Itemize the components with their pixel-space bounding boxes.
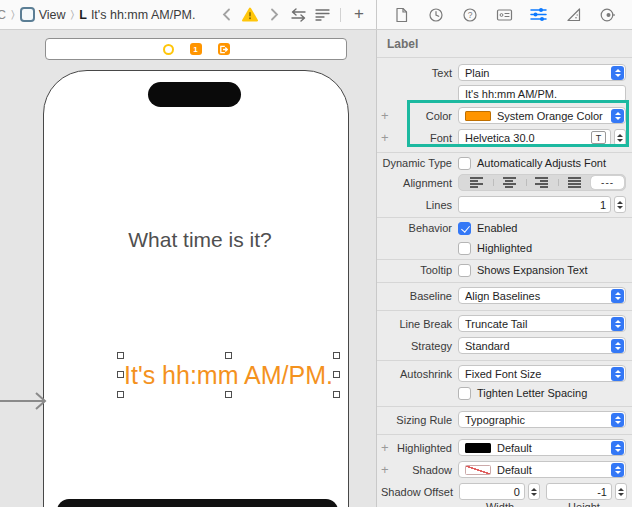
font-row: + Font Helvetica 30.0 T: [381, 129, 626, 146]
add-font-variation-button[interactable]: +: [381, 131, 392, 144]
back-chevron-icon[interactable]: [217, 6, 235, 24]
warning-icon[interactable]: [241, 6, 259, 24]
lines-field[interactable]: 1: [458, 196, 611, 213]
size-inspector-icon[interactable]: [563, 5, 583, 25]
width-caption: Width: [458, 501, 542, 507]
align-justify-icon: [568, 177, 581, 188]
selection-handle[interactable]: [117, 391, 124, 398]
sizing-rule-label: Sizing Rule: [392, 414, 458, 426]
popup-stepper-icon: [611, 66, 624, 80]
lines-stepper[interactable]: [614, 196, 626, 213]
highlighted-color-row: + Highlighted Default: [381, 439, 626, 456]
history-inspector-icon[interactable]: [426, 5, 446, 25]
align-right-segment[interactable]: [526, 176, 559, 189]
shadow-color-popup[interactable]: Default: [458, 461, 626, 478]
shadow-offset-height-stepper[interactable]: [615, 483, 627, 500]
breadcrumb-view[interactable]: View: [39, 8, 66, 22]
shadow-label: Shadow: [392, 464, 458, 476]
separator: [377, 259, 632, 260]
align-center-segment[interactable]: [493, 176, 526, 189]
highlighted-color-popup[interactable]: Default: [458, 439, 626, 456]
separator: [377, 57, 632, 58]
shadow-offset-width-stepper[interactable]: [528, 483, 540, 500]
color-row: + Color System Orange Color: [381, 107, 626, 124]
file-inspector-icon[interactable]: [391, 5, 411, 25]
popup-stepper-icon: [611, 463, 624, 477]
tooltip-label: Tooltip: [392, 264, 458, 276]
text-row: Text Plain: [381, 64, 626, 81]
adjust-editor-icon[interactable]: [289, 6, 307, 24]
dynamic-type-checkbox[interactable]: [458, 157, 471, 170]
selection-handle[interactable]: [117, 371, 124, 378]
selection-handle[interactable]: [225, 352, 232, 359]
autoshrink-row: Autoshrink Fixed Font Size: [381, 365, 626, 382]
selection-handle[interactable]: [333, 371, 340, 378]
bottom-black-view[interactable]: [57, 499, 338, 507]
breadcrumb-prefix[interactable]: C: [0, 8, 6, 22]
shadow-color-row: + Shadow Default: [381, 461, 626, 478]
black-color-swatch: [465, 443, 491, 453]
add-shadow-variation-button[interactable]: +: [381, 463, 392, 476]
separator: [377, 217, 632, 218]
enabled-checkbox[interactable]: [458, 222, 471, 235]
attributes-inspector-icon[interactable]: [529, 5, 549, 25]
align-center-icon: [503, 177, 516, 188]
selection-handle[interactable]: [117, 352, 124, 359]
line-break-label: Line Break: [392, 318, 458, 330]
tighten-spacing-row: Tighten Letter Spacing: [381, 386, 626, 400]
shadow-offset-height-field[interactable]: -1: [546, 483, 612, 500]
shows-expansion-checkbox[interactable]: [458, 264, 471, 277]
label-item-icon: L: [79, 8, 87, 22]
editor-options-icon[interactable]: [313, 6, 331, 24]
font-field[interactable]: Helvetica 30.0 T: [458, 129, 611, 146]
forward-chevron-icon[interactable]: [265, 6, 283, 24]
storyboard-canvas[interactable]: 1 What time is it? It's hh:mm AM/PM.: [0, 30, 376, 507]
selection-handle[interactable]: [225, 391, 232, 398]
baseline-popup[interactable]: Align Baselines: [458, 287, 626, 304]
line-break-popup[interactable]: Truncate Tail: [458, 315, 626, 332]
font-picker-button[interactable]: T: [591, 131, 606, 144]
align-left-segment[interactable]: [460, 176, 493, 189]
first-responder-icon[interactable]: 1: [190, 43, 202, 55]
align-natural-segment[interactable]: ---: [591, 176, 624, 189]
separator: [377, 282, 632, 283]
add-editor-button[interactable]: +: [350, 6, 368, 24]
behavior-label: Behavior: [392, 222, 458, 234]
identity-inspector-icon[interactable]: [495, 5, 515, 25]
behavior-highlighted-row: Highlighted: [381, 241, 626, 255]
highlighted-checkbox[interactable]: [458, 242, 471, 255]
sizing-rule-popup[interactable]: Typographic: [458, 411, 626, 428]
selection-handle[interactable]: [333, 352, 340, 359]
iphone-frame[interactable]: [43, 70, 349, 507]
color-row-label: Color: [392, 110, 458, 122]
separator: [377, 406, 632, 407]
text-color-popup[interactable]: System Orange Color: [458, 107, 626, 124]
label-text-input[interactable]: It's hh:mm AM/PM.: [458, 85, 626, 102]
align-justify-segment[interactable]: [558, 176, 591, 189]
tighten-letter-spacing-checkbox[interactable]: [458, 387, 471, 400]
question-label[interactable]: What time is it?: [60, 228, 340, 252]
selected-time-label[interactable]: It's hh:mm AM/PM.: [121, 356, 336, 394]
baseline-row: Baseline Align Baselines: [381, 287, 626, 304]
strategy-popup[interactable]: Standard: [458, 337, 626, 354]
help-inspector-icon[interactable]: ?: [460, 5, 480, 25]
shadow-offset-width-field[interactable]: 0: [459, 483, 525, 500]
alignment-row: Alignment ---: [381, 174, 626, 191]
popup-stepper-icon: [611, 413, 624, 427]
strategy-row: Strategy Standard: [381, 337, 626, 354]
sizing-rule-row: Sizing Rule Typographic: [381, 411, 626, 428]
autoshrink-popup[interactable]: Fixed Font Size: [458, 365, 626, 382]
connections-inspector-icon[interactable]: [598, 5, 618, 25]
breadcrumb-label[interactable]: It's hh:mm AM/PM.: [91, 8, 196, 22]
selection-handle[interactable]: [333, 391, 340, 398]
separator: [377, 360, 632, 361]
alignment-label: Alignment: [392, 177, 458, 189]
add-color-variation-button[interactable]: +: [381, 109, 392, 122]
font-size-stepper[interactable]: [614, 129, 626, 146]
toolbar-actions: +: [217, 6, 368, 24]
view-controller-icon[interactable]: [163, 44, 174, 55]
add-highlighted-variation-button[interactable]: +: [381, 441, 392, 454]
autoshrink-label: Autoshrink: [392, 368, 458, 380]
exit-segue-icon[interactable]: [218, 43, 230, 55]
text-type-popup[interactable]: Plain: [458, 64, 626, 81]
